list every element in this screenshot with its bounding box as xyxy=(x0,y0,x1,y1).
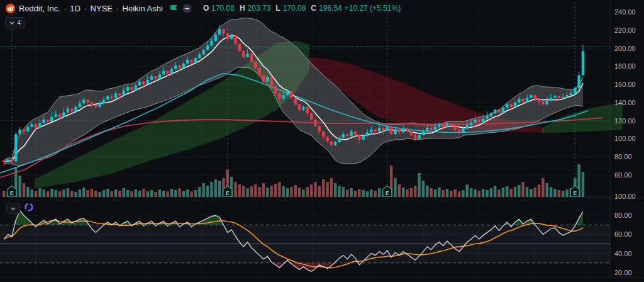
separator-dot: · xyxy=(64,4,66,13)
price-label: 20.00 xyxy=(614,269,632,276)
price-label: 240.00 xyxy=(614,8,636,16)
symbol-title[interactable]: Reddit, Inc. · 1D · NYSE · Heikin Ashi xyxy=(18,4,164,13)
flag-icon[interactable] xyxy=(169,3,179,13)
chart-style-label: Heikin Ashi xyxy=(123,4,163,13)
price-label: 60.00 xyxy=(614,171,632,179)
separator-dot: · xyxy=(116,4,119,13)
chart-canvas[interactable]: EEEE240.00220.00200.00180.00160.00140.00… xyxy=(0,0,644,282)
price-label: 100.00 xyxy=(614,135,636,142)
chevron-down-icon xyxy=(9,21,14,25)
separator-dot: · xyxy=(84,4,87,13)
low-label: L xyxy=(275,4,280,13)
low-value: 170.08 xyxy=(283,4,306,13)
close-label: C xyxy=(311,4,316,13)
hidden-indicators-count: 4 xyxy=(17,19,21,26)
svg-text:E: E xyxy=(226,190,230,196)
price-label: 180.00 xyxy=(614,62,636,70)
price-label: 200.00 xyxy=(614,45,636,52)
close-value: 196.54 xyxy=(319,4,342,13)
price-label: 120.00 xyxy=(614,117,636,125)
ohlc-readout: O170.08 H203.73 L170.08 C196.54 +10.27 (… xyxy=(201,4,401,13)
reddit-logo-icon xyxy=(5,3,15,13)
chevron-down-icon xyxy=(11,207,16,210)
svg-text:E: E xyxy=(10,190,14,196)
interval-label: 1D xyxy=(70,4,80,13)
symbol-legend: Reddit, Inc. · 1D · NYSE · Heikin Ashi O… xyxy=(5,3,401,14)
price-label: 80.00 xyxy=(614,212,632,219)
legend-collapse-button[interactable]: 4 xyxy=(5,17,25,28)
price-label: 80.00 xyxy=(614,153,632,161)
change-value: +10.27 (+5.51%) xyxy=(345,4,401,13)
symbol-name: Reddit, Inc. xyxy=(19,4,60,13)
price-label: 60.00 xyxy=(614,230,632,238)
price-label: 100.00 xyxy=(614,193,636,200)
svg-text:E: E xyxy=(573,190,577,196)
pane-collapse-button[interactable] xyxy=(6,203,20,214)
open-label: O xyxy=(203,4,209,13)
trading-chart-window: EEEE240.00220.00200.00180.00160.00140.00… xyxy=(0,0,644,282)
ma-band xyxy=(4,18,583,166)
high-value: 203.73 xyxy=(248,4,271,13)
high-label: H xyxy=(240,4,245,13)
minus-circle-icon[interactable] xyxy=(182,3,192,13)
price-label: 140.00 xyxy=(614,99,636,106)
price-label: 160.00 xyxy=(614,81,636,88)
svg-text:E: E xyxy=(386,190,389,196)
open-value: 170.08 xyxy=(211,4,235,13)
price-label: 40.00 xyxy=(614,250,632,257)
price-label: 220.00 xyxy=(614,26,636,34)
exchange-label: NYSE xyxy=(91,4,113,13)
price-axis[interactable]: 240.00220.00200.00180.00160.00140.00120.… xyxy=(614,8,636,276)
indicator-loading-icon[interactable] xyxy=(24,202,34,215)
